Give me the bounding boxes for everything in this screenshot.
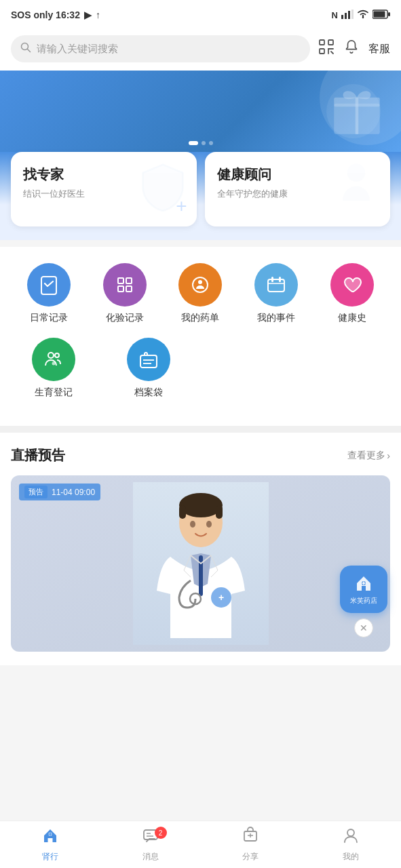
prescription-icon xyxy=(178,263,222,307)
prescription-label: 我的药单 xyxy=(181,312,219,324)
svg-point-55 xyxy=(347,829,354,836)
home-nav-label: 肾行 xyxy=(42,851,58,863)
card-plus-icon: + xyxy=(176,195,187,217)
card-deco-doctor xyxy=(329,160,383,223)
svg-rect-7 xyxy=(388,12,390,16)
svg-point-41 xyxy=(190,521,195,528)
svg-rect-22 xyxy=(126,278,132,283)
find-expert-card[interactable]: 找专家 结识一位好医生 + xyxy=(11,152,197,226)
customer-service-button[interactable]: 客服 xyxy=(368,42,390,56)
bottom-nav: 肾行 2 消息 分享 xyxy=(0,821,401,868)
svg-rect-2 xyxy=(348,11,350,19)
grid-menu: 日常记录 化验记录 我的药单 xyxy=(0,247,401,426)
home-nav-icon xyxy=(41,827,59,848)
close-icon: ✕ xyxy=(360,623,368,633)
svg-point-4 xyxy=(362,16,364,18)
share-nav-icon xyxy=(242,827,259,848)
grid-item-file-bag[interactable]: 档案袋 xyxy=(118,338,179,399)
grid-item-prescription[interactable]: 我的药单 xyxy=(170,263,231,324)
signal-icon: ↑ xyxy=(96,9,100,20)
chevron-right-icon: › xyxy=(387,450,390,461)
nav-item-home[interactable]: 肾行 xyxy=(0,821,100,868)
daily-record-label: 日常记录 xyxy=(30,312,68,324)
float-button-container: 米芙药店 ✕ xyxy=(340,566,387,637)
mine-nav-icon xyxy=(342,827,360,848)
svg-rect-23 xyxy=(118,286,123,292)
signal-bars xyxy=(341,9,354,21)
file-bag-label: 档案袋 xyxy=(134,387,163,399)
svg-rect-11 xyxy=(328,40,333,45)
live-card[interactable]: 预告 11-04 09:00 xyxy=(11,475,390,652)
events-label: 我的事件 xyxy=(257,312,295,324)
pharmacy-icon xyxy=(354,574,373,594)
svg-rect-40 xyxy=(216,505,223,519)
svg-point-25 xyxy=(193,277,208,292)
card-row: 找专家 结识一位好医生 + 健康顾问 全年守护您的健康 xyxy=(11,152,390,226)
nav-item-mine[interactable]: 我的 xyxy=(301,821,401,868)
grid-item-health-history[interactable]: 健康史 xyxy=(322,263,383,324)
search-bar[interactable]: 请输入关键词搜索 xyxy=(11,35,310,62)
messages-badge: 2 xyxy=(155,827,167,839)
pharmacy-float-button[interactable]: 米芙药店 xyxy=(340,566,387,613)
svg-text:+: + xyxy=(218,592,223,603)
nav-item-messages[interactable]: 2 消息 xyxy=(100,821,201,868)
grid-item-events[interactable]: 我的事件 xyxy=(246,263,307,324)
live-title: 直播预告 xyxy=(11,446,65,465)
svg-rect-28 xyxy=(271,277,273,282)
svg-rect-27 xyxy=(268,279,284,292)
card-section: 找专家 结识一位好医生 + 健康顾问 全年守护您的健康 xyxy=(0,152,401,240)
birth-registry-label: 生育登记 xyxy=(35,387,73,399)
svg-point-26 xyxy=(198,280,202,284)
nfc-icon: N xyxy=(332,10,338,20)
svg-line-9 xyxy=(28,50,31,52)
svg-rect-43 xyxy=(199,555,203,596)
scan-icon[interactable] xyxy=(318,39,335,59)
lab-record-icon xyxy=(103,263,147,307)
preview-tag: 预告 xyxy=(24,486,47,498)
gift-icon xyxy=(326,81,387,144)
health-advisor-card[interactable]: 健康顾问 全年守护您的健康 xyxy=(205,152,391,226)
svg-rect-12 xyxy=(320,49,324,54)
live-more-button[interactable]: 查看更多 › xyxy=(347,450,390,462)
daily-record-icon xyxy=(27,263,71,307)
svg-point-31 xyxy=(55,353,59,357)
grid-item-lab-record[interactable]: 化验记录 xyxy=(94,263,155,324)
share-nav-label: 分享 xyxy=(242,851,259,863)
status-bar: SOS only 16:32 ▶ ↑ N xyxy=(0,0,401,30)
svg-rect-0 xyxy=(341,15,343,19)
divider xyxy=(0,426,401,433)
nav-item-share[interactable]: 分享 xyxy=(201,821,301,868)
svg-point-30 xyxy=(48,353,54,358)
status-right: N xyxy=(332,9,390,21)
svg-point-32 xyxy=(52,362,56,366)
bell-icon[interactable] xyxy=(344,39,359,58)
svg-rect-33 xyxy=(140,355,157,368)
live-badge: 预告 11-04 09:00 xyxy=(19,484,100,500)
file-bag-icon xyxy=(127,338,170,381)
svg-rect-10 xyxy=(320,40,324,45)
svg-rect-6 xyxy=(374,11,385,17)
top-nav: 请输入关键词搜索 客服 xyxy=(0,30,401,71)
svg-point-42 xyxy=(206,521,212,528)
mine-nav-label: 我的 xyxy=(343,851,359,863)
nav-icons: 客服 xyxy=(318,39,390,59)
svg-line-15 xyxy=(331,52,333,54)
health-history-icon xyxy=(330,263,374,307)
banner-decoration xyxy=(265,71,401,152)
events-icon xyxy=(254,263,298,307)
grid-row-1: 日常记录 化验记录 我的药单 xyxy=(11,263,390,324)
grid-item-daily-record[interactable]: 日常记录 xyxy=(18,263,79,324)
live-time: 11-04 09:00 xyxy=(52,488,95,497)
health-history-label: 健康史 xyxy=(338,312,366,324)
lab-record-label: 化验记录 xyxy=(106,312,144,324)
svg-rect-29 xyxy=(279,277,281,282)
svg-rect-24 xyxy=(126,286,132,292)
live-image: + xyxy=(11,475,390,652)
battery-icon xyxy=(373,9,390,21)
status-text: SOS only 16:32 xyxy=(11,9,80,20)
float-close-button[interactable]: ✕ xyxy=(354,618,373,637)
grid-item-birth-registry[interactable]: 生育登记 xyxy=(23,338,84,399)
messages-nav-label: 消息 xyxy=(142,851,159,863)
status-left: SOS only 16:32 ▶ ↑ xyxy=(11,9,100,20)
svg-rect-21 xyxy=(118,278,123,283)
